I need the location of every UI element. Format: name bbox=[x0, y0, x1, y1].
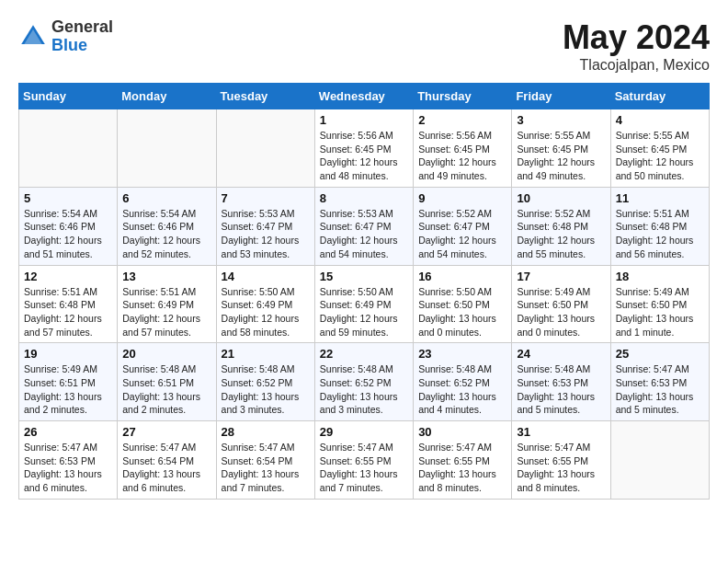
day-number: 5 bbox=[24, 191, 112, 205]
day-number: 6 bbox=[122, 191, 210, 205]
day-number: 14 bbox=[222, 270, 310, 283]
calendar-cell: 2Sunrise: 5:56 AM Sunset: 6:45 PM Daylig… bbox=[414, 109, 512, 188]
calendar-cell: 5Sunrise: 5:54 AM Sunset: 6:46 PM Daylig… bbox=[19, 187, 118, 265]
day-number: 3 bbox=[517, 113, 605, 127]
calendar-week-5: 26Sunrise: 5:47 AM Sunset: 6:53 PM Dayli… bbox=[19, 421, 710, 500]
calendar-cell: 21Sunrise: 5:48 AM Sunset: 6:52 PM Dayli… bbox=[216, 343, 314, 421]
calendar-cell: 27Sunrise: 5:47 AM Sunset: 6:54 PM Dayli… bbox=[118, 421, 216, 500]
calendar-title: May 2024 bbox=[563, 18, 710, 57]
logo: General Blue bbox=[18, 18, 113, 55]
day-info: Sunrise: 5:48 AM Sunset: 6:52 PM Dayligh… bbox=[222, 362, 310, 417]
day-number: 16 bbox=[418, 270, 506, 283]
day-info: Sunrise: 5:51 AM Sunset: 6:48 PM Dayligh… bbox=[24, 285, 112, 339]
header: General Blue May 2024 Tlacojalpan, Mexic… bbox=[18, 18, 710, 74]
day-info: Sunrise: 5:54 AM Sunset: 6:46 PM Dayligh… bbox=[122, 207, 210, 261]
calendar-cell: 29Sunrise: 5:47 AM Sunset: 6:55 PM Dayli… bbox=[314, 421, 413, 500]
day-number: 31 bbox=[517, 425, 605, 439]
calendar-cell: 26Sunrise: 5:47 AM Sunset: 6:53 PM Dayli… bbox=[19, 421, 118, 500]
calendar-cell: 15Sunrise: 5:50 AM Sunset: 6:49 PM Dayli… bbox=[314, 265, 413, 343]
day-number: 25 bbox=[616, 347, 704, 361]
day-info: Sunrise: 5:48 AM Sunset: 6:53 PM Dayligh… bbox=[517, 362, 605, 417]
title-section: May 2024 Tlacojalpan, Mexico bbox=[563, 18, 710, 74]
day-number: 10 bbox=[517, 191, 605, 205]
calendar-cell: 28Sunrise: 5:47 AM Sunset: 6:54 PM Dayli… bbox=[216, 421, 314, 500]
day-number: 13 bbox=[122, 270, 210, 283]
day-info: Sunrise: 5:47 AM Sunset: 6:55 PM Dayligh… bbox=[418, 441, 506, 495]
day-info: Sunrise: 5:47 AM Sunset: 6:53 PM Dayligh… bbox=[616, 362, 704, 417]
day-number: 21 bbox=[222, 347, 310, 361]
calendar-cell: 25Sunrise: 5:47 AM Sunset: 6:53 PM Dayli… bbox=[610, 343, 709, 421]
day-number: 4 bbox=[616, 113, 704, 127]
calendar-header: SundayMondayTuesdayWednesdayThursdayFrid… bbox=[19, 84, 710, 109]
day-number: 7 bbox=[222, 191, 310, 205]
calendar-cell: 20Sunrise: 5:48 AM Sunset: 6:51 PM Dayli… bbox=[118, 343, 216, 421]
day-number: 2 bbox=[418, 113, 506, 127]
day-info: Sunrise: 5:47 AM Sunset: 6:54 PM Dayligh… bbox=[122, 441, 210, 495]
calendar-cell: 8Sunrise: 5:53 AM Sunset: 6:47 PM Daylig… bbox=[314, 187, 413, 265]
weekday-header-thursday: Thursday bbox=[414, 84, 512, 109]
weekday-header-row: SundayMondayTuesdayWednesdayThursdayFrid… bbox=[19, 84, 710, 109]
day-number: 24 bbox=[517, 347, 605, 361]
calendar-location: Tlacojalpan, Mexico bbox=[563, 57, 710, 74]
day-info: Sunrise: 5:47 AM Sunset: 6:55 PM Dayligh… bbox=[517, 441, 605, 495]
page-container: General Blue May 2024 Tlacojalpan, Mexic… bbox=[18, 18, 710, 500]
day-info: Sunrise: 5:48 AM Sunset: 6:52 PM Dayligh… bbox=[320, 362, 408, 417]
day-number: 20 bbox=[122, 347, 210, 361]
day-info: Sunrise: 5:55 AM Sunset: 6:45 PM Dayligh… bbox=[616, 129, 704, 183]
day-info: Sunrise: 5:54 AM Sunset: 6:46 PM Dayligh… bbox=[24, 207, 112, 261]
weekday-header-monday: Monday bbox=[118, 84, 216, 109]
calendar-cell: 30Sunrise: 5:47 AM Sunset: 6:55 PM Dayli… bbox=[414, 421, 512, 500]
day-number: 8 bbox=[320, 191, 408, 205]
day-number: 28 bbox=[222, 425, 310, 439]
calendar-cell: 9Sunrise: 5:52 AM Sunset: 6:47 PM Daylig… bbox=[414, 187, 512, 265]
day-info: Sunrise: 5:48 AM Sunset: 6:51 PM Dayligh… bbox=[122, 362, 210, 417]
calendar-table: SundayMondayTuesdayWednesdayThursdayFrid… bbox=[18, 83, 710, 500]
day-number: 26 bbox=[24, 425, 112, 439]
day-number: 23 bbox=[418, 347, 506, 361]
calendar-cell: 10Sunrise: 5:52 AM Sunset: 6:48 PM Dayli… bbox=[512, 187, 610, 265]
day-info: Sunrise: 5:53 AM Sunset: 6:47 PM Dayligh… bbox=[320, 207, 408, 261]
calendar-cell: 11Sunrise: 5:51 AM Sunset: 6:48 PM Dayli… bbox=[610, 187, 709, 265]
day-info: Sunrise: 5:50 AM Sunset: 6:49 PM Dayligh… bbox=[222, 285, 310, 339]
weekday-header-wednesday: Wednesday bbox=[314, 84, 413, 109]
day-number: 12 bbox=[24, 270, 112, 283]
calendar-cell: 6Sunrise: 5:54 AM Sunset: 6:46 PM Daylig… bbox=[118, 187, 216, 265]
day-info: Sunrise: 5:56 AM Sunset: 6:45 PM Dayligh… bbox=[418, 129, 506, 183]
calendar-cell: 18Sunrise: 5:49 AM Sunset: 6:50 PM Dayli… bbox=[610, 265, 709, 343]
day-info: Sunrise: 5:56 AM Sunset: 6:45 PM Dayligh… bbox=[320, 129, 408, 183]
calendar-week-3: 12Sunrise: 5:51 AM Sunset: 6:48 PM Dayli… bbox=[19, 265, 710, 343]
calendar-cell bbox=[216, 109, 314, 188]
day-info: Sunrise: 5:50 AM Sunset: 6:50 PM Dayligh… bbox=[418, 285, 506, 339]
calendar-cell: 24Sunrise: 5:48 AM Sunset: 6:53 PM Dayli… bbox=[512, 343, 610, 421]
calendar-cell: 7Sunrise: 5:53 AM Sunset: 6:47 PM Daylig… bbox=[216, 187, 314, 265]
day-number: 29 bbox=[320, 425, 408, 439]
calendar-cell: 1Sunrise: 5:56 AM Sunset: 6:45 PM Daylig… bbox=[314, 109, 413, 188]
day-number: 18 bbox=[616, 270, 704, 283]
day-info: Sunrise: 5:51 AM Sunset: 6:49 PM Dayligh… bbox=[122, 285, 210, 339]
logo-blue-text: Blue bbox=[51, 37, 113, 55]
calendar-cell: 13Sunrise: 5:51 AM Sunset: 6:49 PM Dayli… bbox=[118, 265, 216, 343]
day-info: Sunrise: 5:47 AM Sunset: 6:53 PM Dayligh… bbox=[24, 441, 112, 495]
calendar-cell bbox=[118, 109, 216, 188]
day-info: Sunrise: 5:50 AM Sunset: 6:49 PM Dayligh… bbox=[320, 285, 408, 339]
day-info: Sunrise: 5:51 AM Sunset: 6:48 PM Dayligh… bbox=[616, 207, 704, 261]
calendar-cell: 14Sunrise: 5:50 AM Sunset: 6:49 PM Dayli… bbox=[216, 265, 314, 343]
day-info: Sunrise: 5:49 AM Sunset: 6:50 PM Dayligh… bbox=[517, 285, 605, 339]
day-number: 15 bbox=[320, 270, 408, 283]
day-number: 22 bbox=[320, 347, 408, 361]
calendar-cell: 31Sunrise: 5:47 AM Sunset: 6:55 PM Dayli… bbox=[512, 421, 610, 500]
calendar-cell bbox=[610, 421, 709, 500]
weekday-header-sunday: Sunday bbox=[19, 84, 118, 109]
weekday-header-friday: Friday bbox=[512, 84, 610, 109]
calendar-week-4: 19Sunrise: 5:49 AM Sunset: 6:51 PM Dayli… bbox=[19, 343, 710, 421]
calendar-cell: 23Sunrise: 5:48 AM Sunset: 6:52 PM Dayli… bbox=[414, 343, 512, 421]
calendar-week-2: 5Sunrise: 5:54 AM Sunset: 6:46 PM Daylig… bbox=[19, 187, 710, 265]
calendar-cell bbox=[19, 109, 118, 188]
day-info: Sunrise: 5:48 AM Sunset: 6:52 PM Dayligh… bbox=[418, 362, 506, 417]
day-info: Sunrise: 5:53 AM Sunset: 6:47 PM Dayligh… bbox=[222, 207, 310, 261]
day-number: 11 bbox=[616, 191, 704, 205]
day-number: 19 bbox=[24, 347, 112, 361]
logo-icon bbox=[18, 22, 48, 52]
calendar-cell: 12Sunrise: 5:51 AM Sunset: 6:48 PM Dayli… bbox=[19, 265, 118, 343]
calendar-cell: 17Sunrise: 5:49 AM Sunset: 6:50 PM Dayli… bbox=[512, 265, 610, 343]
